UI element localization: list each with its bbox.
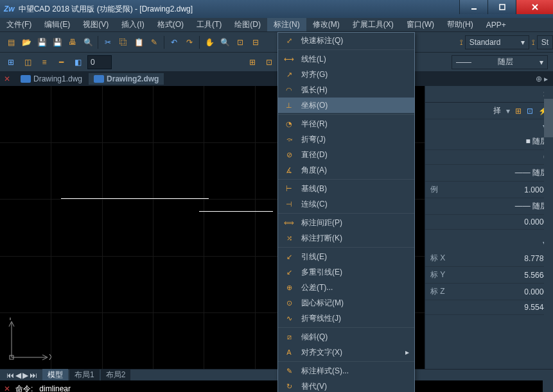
doc-close-icon[interactable]: ✕ [4,74,10,83]
prop-row-5[interactable]: 0.0000 [425,215,553,230]
menu-12[interactable]: APP+ [480,19,513,31]
model-tab-2[interactable]: 布局2 [101,369,131,381]
menu-item-icon: ⊣ [283,198,295,210]
blockedit-icon[interactable]: ⊡ [262,55,276,69]
doctab-1[interactable]: Drawing2.dwg [89,73,164,85]
menu-item-7[interactable]: ◔半径(R) [278,116,414,132]
quick-icon[interactable]: ⊡ [527,107,533,115]
zoom-icon[interactable]: 🔍 [218,35,232,49]
menu-5[interactable]: 工具(T) [190,18,228,31]
block-icon[interactable]: ⊞ [245,55,259,69]
menu-item-2[interactable]: ⟷线性(L) [278,51,414,67]
maximize-button[interactable] [487,0,516,14]
prop-row-4[interactable]: —— 随层 [425,198,553,215]
cut-icon[interactable]: ✂ [101,35,115,49]
window-title: 中望CAD 2018 试用版 (功能受限) - [Drawing2.dwg] [19,4,193,15]
coord-row-3[interactable]: 9.5544 [425,300,553,315]
menu-item-icon: ⧄ [283,331,295,343]
menu-item-10[interactable]: ∡角度(A) [278,162,414,178]
ltype-icon[interactable]: ≡ [37,55,51,69]
open-icon[interactable]: 📂 [19,35,33,49]
prop-row-1[interactable]: 0 [425,150,553,165]
command-area[interactable]: ✕ 命令: _dimlinear指定第一条延伸线原点或 <选择对象>:指定第二条… [0,380,553,392]
menu-9[interactable]: 扩展工具(X) [346,18,400,31]
tab-overflow-icon[interactable]: ⊕ ▸ [536,74,548,83]
undo-icon[interactable]: ↶ [167,35,181,49]
zoomprev-icon[interactable]: ⊟ [249,35,263,49]
paste-icon[interactable]: 📋 [132,35,146,49]
color-icon[interactable]: ◧ [71,55,85,69]
tab-nav-first[interactable]: ⏮ [6,371,14,380]
layers-icon[interactable]: ◫ [21,55,35,69]
coord-row-0[interactable]: 标 X8.7789 [425,250,553,267]
menu-item-3[interactable]: ↗对齐(G) [278,67,414,82]
menu-item-icon: ⊙ [283,297,295,309]
menu-item-18[interactable]: ↙引线(E) [278,249,414,264]
copy-icon[interactable]: ⿻ [116,35,130,49]
menu-item-0[interactable]: ⤢快速标注(Q) [278,33,414,48]
doctab-0[interactable]: Drawing1.dwg [15,73,87,85]
prop-row-0[interactable]: ■ 随层 [425,133,553,150]
linetype-combo[interactable]: ——随层▾ [452,55,548,69]
minimize-button[interactable] [459,0,487,14]
dimstyle-icon[interactable]: ⟟ [460,38,462,47]
menu-0[interactable]: 文件(F) [0,18,38,31]
prop-row-2[interactable]: —— 随层 [425,165,553,182]
menu-1[interactable]: 编辑(E) [38,18,76,31]
menu-item-28[interactable]: ↻替代(V) [278,379,414,392]
saveall-icon[interactable]: 💾 [50,35,64,49]
zoomwin-icon[interactable]: ⊡ [233,35,247,49]
menu-item-19[interactable]: ↙多重引线(E) [278,264,414,280]
menu-item-5[interactable]: ⊥坐标(O) [278,98,414,113]
menu-4[interactable]: 格式(O) [151,18,190,31]
cmd-scrollbar[interactable] [543,380,553,392]
menu-item-8[interactable]: ⤼折弯(J) [278,132,414,147]
svg-text:X: X [49,353,51,362]
redo-icon[interactable]: ↷ [182,35,197,49]
menu-item-20[interactable]: ⊕公差(T)... [278,280,414,295]
dimstyle2-icon[interactable]: ⟟ [532,38,534,47]
panel-selection-label: 择 [493,105,501,116]
save-icon[interactable]: 💾 [35,35,49,49]
lweight-icon[interactable]: ━ [54,55,68,69]
menu-2[interactable]: 视图(V) [76,18,115,31]
menu-item-9[interactable]: ⊘直径(D) [278,147,414,162]
pan-icon[interactable]: ✋ [202,35,216,49]
match-icon[interactable]: ✎ [147,35,161,49]
menu-6[interactable]: 绘图(D) [228,18,267,31]
menu-item-25[interactable]: A对齐文字(X)▸ [278,345,414,360]
new-icon[interactable]: ▤ [4,35,18,49]
menu-10[interactable]: 窗口(W) [400,18,441,31]
model-tab-1[interactable]: 布局1 [69,369,100,381]
coord-row-1[interactable]: 标 Y5.5664 [425,267,553,284]
preview-icon[interactable]: 🔍 [81,35,95,49]
menu-8[interactable]: 修改(M) [306,18,346,31]
tab-nav-next[interactable]: ▶ [22,371,28,380]
coord-row-2[interactable]: 标 Z0.0000 [425,284,553,300]
menu-item-16[interactable]: ⤮标注打断(K) [278,230,414,246]
layer-input[interactable]: 0 [87,55,112,69]
model-tab-0[interactable]: 模型 [42,369,68,381]
close-button[interactable] [516,0,553,14]
menu-item-15[interactable]: ⟺标注间距(P) [278,215,414,230]
print-icon[interactable]: 🖶 [66,35,80,49]
cmd-close-icon[interactable]: ✕ [4,383,10,392]
tab-nav-prev[interactable]: ◀ [15,371,21,380]
menu-item-4[interactable]: ◠弧长(H) [278,82,414,98]
st-combo[interactable]: St [537,35,553,49]
menu-item-13[interactable]: ⊣连续(C) [278,196,414,212]
tab-nav-last[interactable]: ⏭ [30,371,37,380]
menu-item-24[interactable]: ⧄倾斜(Q) [278,329,414,345]
menu-item-22[interactable]: ∿折弯线性(J) [278,311,414,326]
menu-11[interactable]: 帮助(H) [441,18,480,31]
menu-item-12[interactable]: ⊢基线(B) [278,181,414,196]
menu-7[interactable]: 标注(N) [267,18,306,31]
panel-scrollbar[interactable] [544,86,553,369]
prop-row-3[interactable]: 例1.0000 [425,182,553,198]
menu-item-21[interactable]: ⊙圆心标记(M) [278,295,414,311]
menu-item-27[interactable]: ✎标注样式(S)... [278,363,414,379]
menu-3[interactable]: 插入(I) [115,18,150,31]
pick-icon[interactable]: ⊞ [515,107,522,115]
dimstyle-combo[interactable]: Standard▾ [465,35,529,49]
layer-icon[interactable]: ⊞ [4,55,18,69]
